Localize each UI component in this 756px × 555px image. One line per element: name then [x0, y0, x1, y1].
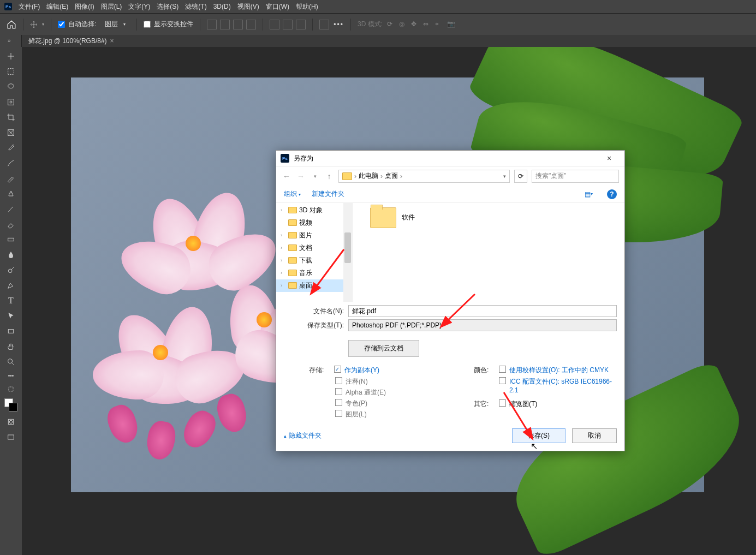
clone-stamp-tool[interactable]: [3, 187, 19, 201]
three-d-pan-icon: ✥: [411, 20, 420, 29]
hide-folders-link[interactable]: ▴ 隐藏文件夹: [284, 431, 322, 440]
nav-forward-icon[interactable]: →: [296, 172, 306, 181]
file-list-pane[interactable]: 软件: [353, 203, 624, 302]
organize-menu[interactable]: 组织 ▾: [284, 189, 301, 199]
three-d-roll-icon: ◎: [399, 20, 408, 29]
menu-edit[interactable]: 编辑(E): [46, 2, 68, 11]
screen-mode-tool[interactable]: [3, 430, 19, 444]
show-transform-checkbox[interactable]: 显示变换控件: [144, 20, 193, 29]
document-tab-label: 鲜花.jpg @ 100%(RGB/8#): [28, 37, 107, 46]
marquee-tool[interactable]: [3, 64, 19, 79]
path-select-tool[interactable]: [3, 309, 19, 323]
proof-checkbox[interactable]: [499, 366, 506, 373]
rectangle-tool[interactable]: [3, 324, 19, 338]
tree-item-videos[interactable]: 视频: [276, 217, 352, 229]
svg-rect-2: [8, 99, 14, 105]
move-tool-caret-icon[interactable]: ▾: [42, 22, 44, 27]
distribute-spacing-icon[interactable]: [319, 20, 329, 29]
search-input[interactable]: 搜索"桌面": [532, 170, 619, 183]
tree-item-3d-objects[interactable]: ›3D 对象: [276, 204, 352, 217]
new-folder-button[interactable]: 新建文件夹: [312, 189, 344, 199]
file-item-software[interactable]: 软件: [357, 207, 415, 228]
auto-select-target-dropdown[interactable]: 图层 ▾: [100, 19, 130, 30]
brush-tool[interactable]: [3, 171, 19, 186]
app-icon: Ps: [4, 3, 12, 10]
toolbox-more-icon[interactable]: •••: [3, 370, 19, 381]
view-mode-icon[interactable]: ▤ ▾: [581, 189, 596, 199]
frame-tool[interactable]: [3, 126, 19, 140]
nav-recent-caret-icon[interactable]: ▾: [310, 174, 320, 179]
folder-icon: [342, 172, 352, 180]
menu-type[interactable]: 文字(Y): [128, 2, 150, 11]
color-swatches[interactable]: [3, 397, 19, 414]
menu-window[interactable]: 窗口(W): [266, 2, 289, 11]
move-tool[interactable]: [3, 49, 19, 63]
history-brush-tool[interactable]: [3, 202, 19, 216]
nav-back-icon[interactable]: ←: [282, 172, 291, 181]
menu-view[interactable]: 视图(V): [237, 2, 259, 11]
address-bar[interactable]: › 此电脑 › 桌面 › ▾: [338, 170, 510, 183]
filetype-dropdown[interactable]: Photoshop PDF (*.PDF;*.PDP): [348, 319, 617, 331]
move-tool-icon[interactable]: [30, 21, 38, 28]
proof-label: 使用校样设置(O): 工作中的 CMYK: [509, 366, 609, 375]
breadcrumb-part-0[interactable]: 此电脑: [359, 171, 378, 181]
hand-tool[interactable]: [3, 339, 19, 354]
panel-toggle-icon[interactable]: »: [0, 38, 11, 44]
pen-tool[interactable]: [3, 278, 19, 293]
gradient-tool[interactable]: [3, 232, 19, 247]
address-dropdown-icon[interactable]: ▾: [503, 174, 506, 179]
cancel-button[interactable]: 取消: [572, 428, 617, 443]
refresh-icon[interactable]: ⟳: [514, 170, 527, 183]
align-left-icon[interactable]: [207, 20, 217, 29]
menu-image[interactable]: 图像(I): [75, 2, 94, 11]
tree-item-pictures[interactable]: ›图片: [276, 229, 352, 242]
auto-select-checkbox[interactable]: 自动选择:: [58, 20, 96, 29]
nav-up-icon[interactable]: ↑: [324, 172, 334, 181]
crop-tool[interactable]: [3, 110, 19, 124]
document-tab[interactable]: 鲜花.jpg @ 100%(RGB/8#) ×: [22, 35, 121, 47]
three-d-camera-icon: 📷: [447, 20, 456, 29]
eraser-tool[interactable]: [3, 217, 19, 231]
three-d-orbit-icon: ⟳: [387, 20, 396, 29]
menu-filter[interactable]: 滤镜(T): [185, 2, 206, 11]
type-tool[interactable]: T: [3, 294, 19, 308]
store-label: 存储:: [309, 366, 331, 375]
align-top-icon[interactable]: [246, 20, 256, 29]
blur-tool[interactable]: [3, 248, 19, 262]
icc-checkbox[interactable]: [499, 377, 506, 384]
close-tab-icon[interactable]: ×: [110, 37, 114, 45]
distribute-3-icon[interactable]: [296, 20, 306, 29]
menu-help[interactable]: 帮助(H): [296, 2, 318, 11]
breadcrumb-part-1[interactable]: 桌面: [385, 171, 398, 181]
edit-toolbar-icon[interactable]: [3, 382, 19, 396]
quick-select-tool[interactable]: [3, 95, 19, 109]
help-icon[interactable]: ?: [607, 189, 617, 199]
dodge-tool[interactable]: [3, 263, 19, 277]
eyedropper-tool[interactable]: [3, 141, 19, 155]
distribute-1-icon[interactable]: [270, 20, 279, 29]
quick-mask-tool[interactable]: [3, 415, 19, 429]
menu-select[interactable]: 选择(S): [157, 2, 178, 11]
three-d-icons-group: ⟳ ◎ ✥ ⇔ ⌖ 📷: [387, 20, 456, 29]
dialog-close-button[interactable]: ×: [598, 154, 620, 163]
folder-icon: [370, 207, 396, 228]
zoom-tool[interactable]: [3, 355, 19, 369]
distribute-2-icon[interactable]: [283, 20, 293, 29]
lasso-tool[interactable]: [3, 80, 19, 94]
more-options-icon[interactable]: •••: [334, 21, 344, 28]
menu-bar: Ps 文件(F) 编辑(E) 图像(I) 图层(L) 文字(Y) 选择(S) 滤…: [0, 0, 756, 13]
align-center-h-icon[interactable]: [220, 20, 230, 29]
svg-point-1: [8, 84, 14, 88]
toolbox: T •••: [0, 47, 22, 555]
dialog-titlebar[interactable]: Ps 另存为 ×: [276, 151, 624, 166]
svg-line-15: [504, 392, 528, 432]
filename-input[interactable]: 鲜花.pdf: [348, 305, 617, 317]
as-copy-checkbox[interactable]: [334, 366, 341, 373]
align-right-icon[interactable]: [233, 20, 243, 29]
menu-file[interactable]: 文件(F): [19, 2, 40, 11]
home-icon[interactable]: [7, 20, 16, 29]
save-to-cloud-button[interactable]: 存储到云文档: [348, 340, 419, 357]
healing-brush-tool[interactable]: [3, 156, 19, 170]
menu-layer[interactable]: 图层(L): [101, 2, 122, 11]
menu-3d[interactable]: 3D(D): [213, 3, 231, 10]
